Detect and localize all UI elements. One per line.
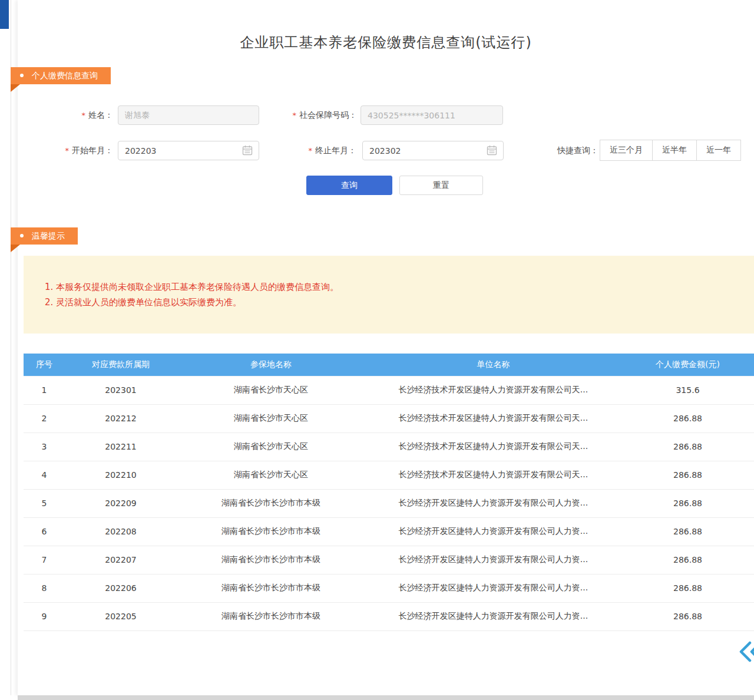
bullet-icon xyxy=(20,234,24,237)
table-cell: 4 xyxy=(24,461,65,489)
table-cell: 湖南省长沙市长沙市市本级 xyxy=(177,517,365,546)
calendar-icon[interactable] xyxy=(486,144,498,156)
section-badge-label: 温馨提示 xyxy=(32,231,65,240)
table-cell: 202206 xyxy=(65,574,177,602)
quick-query-label: 快捷查询： xyxy=(547,140,598,161)
table-row: 2202212湖南省长沙市天心区长沙经济技术开发区捷特人力资源开发有限公司天..… xyxy=(24,404,754,432)
notice-line: 1. 本服务仅提供尚未领取企业职工基本养老保险待遇人员的缴费信息查询。 xyxy=(45,279,742,295)
table-cell: 湖南省长沙市天心区 xyxy=(177,432,365,461)
table-cell: 湖南省长沙市长沙市市本级 xyxy=(177,546,365,574)
table-row: 1202301湖南省长沙市天心区长沙经济技术开发区捷特人力资源开发有限公司天..… xyxy=(24,376,754,404)
table-cell: 2 xyxy=(24,404,65,432)
table-header-row: 序号对应费款所属期参保地名称单位名称个人缴费金额(元) xyxy=(24,354,754,376)
section-badge-personal-payment-query: 个人缴费信息查询 xyxy=(11,67,111,84)
quick-range-group: 近三个月近半年近一年 xyxy=(600,140,741,161)
end-month-input[interactable] xyxy=(362,141,504,160)
table-cell: 286.88 xyxy=(621,517,754,546)
table-row: 6202208湖南省长沙市长沙市市本级长沙经济开发区捷特人力资源开发有限公司人力… xyxy=(24,517,754,546)
table-cell: 286.88 xyxy=(621,574,754,602)
table-cell: 长沙经济技术开发区捷特人力资源开发有限公司天... xyxy=(365,404,621,432)
table-header-cell: 对应费款所属期 xyxy=(65,354,177,376)
table-cell: 202301 xyxy=(65,376,177,404)
table-cell: 202205 xyxy=(65,602,177,630)
end-month-label: *终止年月： xyxy=(268,141,356,160)
bullet-icon xyxy=(20,74,24,77)
quick-range-button[interactable]: 近三个月 xyxy=(600,140,653,161)
table-cell: 长沙经济技术开发区捷特人力资源开发有限公司天... xyxy=(365,461,621,489)
table-cell: 湖南省长沙市天心区 xyxy=(177,376,365,404)
table-cell: 长沙经济技术开发区捷特人力资源开发有限公司天... xyxy=(365,376,621,404)
ssn-label: *社会保障号码： xyxy=(259,105,357,125)
table-cell: 286.88 xyxy=(621,489,754,517)
name-label: *姓名： xyxy=(34,105,113,125)
table-cell: 湖南省长沙市天心区 xyxy=(177,461,365,489)
reset-button[interactable]: 重置 xyxy=(399,176,483,195)
table-header-cell: 参保地名称 xyxy=(177,354,365,376)
table-cell: 长沙经济开发区捷特人力资源开发有限公司人力资... xyxy=(365,602,621,630)
table-header-cell: 个人缴费金额(元) xyxy=(621,354,754,376)
table-cell: 5 xyxy=(24,489,65,517)
table-cell: 202209 xyxy=(65,489,177,517)
table-header-cell: 单位名称 xyxy=(365,354,621,376)
table-cell: 286.88 xyxy=(621,461,754,489)
table-cell: 湖南省长沙市长沙市市本级 xyxy=(177,489,365,517)
name-input[interactable] xyxy=(118,105,259,125)
table-cell: 湖南省长沙市天心区 xyxy=(177,404,365,432)
page-title: 企业职工基本养老保险缴费信息查询(试运行) xyxy=(18,33,754,52)
left-divider xyxy=(11,0,11,695)
table-cell: 286.88 xyxy=(621,546,754,574)
table-cell: 9 xyxy=(24,602,65,630)
table-cell: 3 xyxy=(24,432,65,461)
table-cell: 7 xyxy=(24,546,65,574)
table-cell: 202211 xyxy=(65,432,177,461)
table-cell: 286.88 xyxy=(621,404,754,432)
sidebar-corner-block xyxy=(0,0,9,29)
start-month-input[interactable] xyxy=(118,141,259,160)
ssn-input[interactable] xyxy=(361,105,503,125)
table-cell: 长沙经济技术开发区捷特人力资源开发有限公司天... xyxy=(365,432,621,461)
required-asterisk: * xyxy=(82,111,86,120)
payment-table-wrap: 序号对应费款所属期参保地名称单位名称个人缴费金额(元) 1202301湖南省长沙… xyxy=(24,354,754,631)
table-row: 7202207湖南省长沙市长沙市市本级长沙经济开发区捷特人力资源开发有限公司人力… xyxy=(24,546,754,574)
section-badge-tips: 温馨提示 xyxy=(11,227,78,245)
table-row: 5202209湖南省长沙市长沙市市本级长沙经济开发区捷特人力资源开发有限公司人力… xyxy=(24,489,754,517)
table-cell: 长沙经济开发区捷特人力资源开发有限公司人力资... xyxy=(365,489,621,517)
required-asterisk: * xyxy=(309,146,313,155)
calendar-icon[interactable] xyxy=(242,144,253,156)
page: 企业职工基本养老保险缴费信息查询(试运行) 个人缴费信息查询 *姓名： *社会保… xyxy=(0,0,754,700)
horizontal-scrollbar[interactable] xyxy=(18,695,754,700)
table-cell: 202212 xyxy=(65,404,177,432)
quick-range-button[interactable]: 近一年 xyxy=(696,140,741,161)
table-header-cell: 序号 xyxy=(24,354,65,376)
table-row: 9202205湖南省长沙市长沙市市本级长沙经济开发区捷特人力资源开发有限公司人力… xyxy=(24,602,754,630)
table-cell: 202210 xyxy=(65,461,177,489)
notice-line: 2. 灵活就业人员的缴费单位信息以实际缴费为准。 xyxy=(45,295,742,310)
payment-table: 序号对应费款所属期参保地名称单位名称个人缴费金额(元) 1202301湖南省长沙… xyxy=(24,354,754,631)
start-month-label: *开始年月： xyxy=(34,141,113,160)
table-cell: 286.88 xyxy=(621,602,754,630)
table-cell: 长沙经济开发区捷特人力资源开发有限公司人力资... xyxy=(365,546,621,574)
table-cell: 长沙经济开发区捷特人力资源开发有限公司人力资... xyxy=(365,574,621,602)
table-row: 8202206湖南省长沙市长沙市市本级长沙经济开发区捷特人力资源开发有限公司人力… xyxy=(24,574,754,602)
table-cell: 6 xyxy=(24,517,65,546)
table-row: 4202210湖南省长沙市天心区长沙经济技术开发区捷特人力资源开发有限公司天..… xyxy=(24,461,754,489)
required-asterisk: * xyxy=(65,146,70,155)
table-cell: 202207 xyxy=(65,546,177,574)
double-chevron-left-icon[interactable] xyxy=(738,640,754,663)
table-cell: 286.88 xyxy=(621,432,754,461)
required-asterisk: * xyxy=(293,111,297,120)
query-button[interactable]: 查询 xyxy=(306,176,392,195)
table-cell: 315.6 xyxy=(621,376,754,404)
table-cell: 长沙经济开发区捷特人力资源开发有限公司人力资... xyxy=(365,517,621,546)
section-badge-label: 个人缴费信息查询 xyxy=(32,71,98,80)
table-cell: 8 xyxy=(24,574,65,602)
notice-box: 1. 本服务仅提供尚未领取企业职工基本养老保险待遇人员的缴费信息查询。2. 灵活… xyxy=(24,256,754,334)
table-cell: 202208 xyxy=(65,517,177,546)
table-row: 3202211湖南省长沙市天心区长沙经济技术开发区捷特人力资源开发有限公司天..… xyxy=(24,432,754,461)
table-cell: 湖南省长沙市长沙市市本级 xyxy=(177,602,365,630)
table-cell: 湖南省长沙市长沙市市本级 xyxy=(177,574,365,602)
table-cell: 1 xyxy=(24,376,65,404)
quick-range-button[interactable]: 近半年 xyxy=(652,140,697,161)
